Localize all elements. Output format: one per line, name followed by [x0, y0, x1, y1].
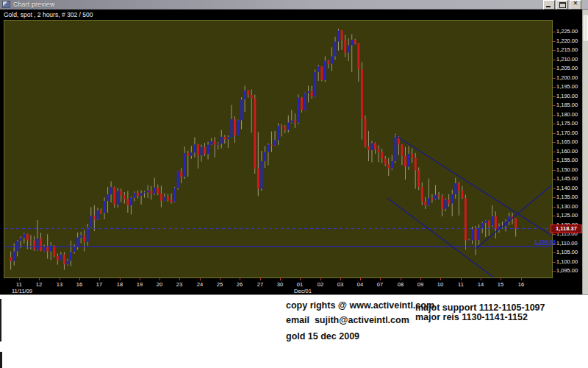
close-icon: ×: [570, 0, 581, 7]
price-tick: [553, 142, 556, 143]
price-tick-label: 1,220.00: [556, 38, 578, 44]
price-tick-label: 1,100.00: [556, 258, 578, 265]
price-tick-label: 1,130.00: [556, 203, 578, 210]
date-tick-label: 04: [349, 281, 371, 288]
candle-bodies: [10, 31, 517, 265]
date-tick: [420, 278, 421, 280]
price-tick: [553, 262, 556, 263]
support-levels-note: majot support 1112-1105-1097: [415, 302, 545, 313]
price-tick: [553, 234, 556, 235]
price-tick: [553, 32, 556, 32]
price-tick: [553, 68, 556, 69]
chart-header: Gold, spot , 2 hours, # 302 / 500: [4, 11, 93, 18]
date-tick-label: 02: [309, 281, 331, 288]
price-tick-label: 1,140.00: [556, 185, 578, 191]
price-tick-label: 1,215.00: [556, 46, 578, 53]
price-tick: [553, 188, 556, 189]
date-tick: [260, 278, 261, 280]
date-tick: [140, 278, 140, 280]
date-tick: [340, 278, 341, 280]
date-tick-label: 08: [390, 281, 412, 288]
last-price-label: 1,118.37: [551, 224, 582, 233]
date-tick: [481, 278, 481, 280]
price-tick: [553, 41, 556, 42]
price-tick: [553, 271, 556, 272]
date-tick-label: 16: [68, 281, 90, 288]
resistance-levels-note: major reis 1130-1141-1152: [415, 312, 528, 322]
price-tick-label: 1,185.00: [556, 102, 578, 108]
minimize-button[interactable]: [543, 0, 555, 10]
date-tick: [360, 278, 361, 280]
price-tick: [553, 152, 556, 152]
date-tick: [440, 278, 441, 280]
date-tick-label: 11: [8, 281, 30, 288]
maximize-button[interactable]: [556, 0, 568, 10]
vertical-scrollbar[interactable]: [582, 10, 588, 294]
date-axis: 1111/11/091213161718192023242526273001De…: [0, 278, 582, 294]
annotation-panel: copy rights @ www.activeintl.com email s…: [0, 294, 588, 368]
date-tick: [300, 278, 301, 280]
price-tick: [553, 252, 556, 253]
date-tick: [39, 278, 40, 280]
price-tick-label: 1,110.00: [556, 240, 578, 247]
price-tick-label: 1,155.00: [556, 157, 578, 163]
date-tick: [99, 278, 100, 280]
price-tick-label: 1,205.00: [556, 65, 578, 71]
date-tick-label: 20: [148, 281, 171, 288]
price-tick: [553, 133, 556, 134]
price-tick: [553, 179, 556, 180]
price-tick-label: 1,135.00: [556, 194, 578, 200]
chart-shell: Gold, spot , 2 hours, # 302 / 500 1,108.…: [0, 10, 588, 294]
date-tick-label: 07: [369, 281, 391, 288]
price-tick: [553, 96, 556, 97]
price-tick: [553, 87, 556, 88]
price-tick-label: 1,150.00: [556, 166, 578, 173]
date-tick-label: 10: [429, 281, 451, 288]
price-tick: [553, 124, 556, 124]
close-button[interactable]: ×: [570, 0, 581, 10]
date-note: gold 15 dec 2009: [286, 331, 359, 342]
date-tick-label: 15: [490, 281, 512, 288]
scrollbar-thumb[interactable]: [584, 15, 588, 40]
date-tick: [380, 278, 381, 280]
date-tick-label: 30: [269, 281, 291, 288]
candle-wicks: [11, 29, 516, 270]
plot-area[interactable]: [4, 20, 553, 278]
date-tick: [200, 278, 201, 280]
date-tick: [79, 278, 80, 280]
date-tick-label: 23: [168, 281, 190, 288]
price-tick-label: 1,175.00: [556, 120, 578, 127]
price-tick-label: 1,210.00: [556, 56, 578, 63]
price-tick-label: 1,170.00: [556, 130, 578, 136]
date-tick-label: 16: [510, 281, 532, 288]
price-tick: [553, 160, 556, 161]
window-controls: ×: [543, 0, 581, 10]
date-tick-label: 26: [229, 281, 251, 288]
date-tick-label: 18: [109, 281, 131, 288]
window-border-artifact: [0, 352, 2, 368]
candlestick-chart[interactable]: [4, 21, 552, 277]
date-tick: [240, 278, 240, 280]
date-tick-label: 03: [329, 281, 351, 288]
window-titlebar[interactable]: Chart preview ×: [0, 0, 588, 10]
date-tick: [320, 278, 321, 280]
date-sub-label: 11/11/09: [6, 288, 38, 294]
date-tick: [401, 278, 401, 280]
date-tick: [220, 278, 220, 280]
support-line-value-label: 1,108.68: [519, 238, 556, 245]
date-tick: [280, 278, 281, 280]
price-tick-label: 1,225.00: [556, 28, 578, 35]
copyright-note: copy rights @ www.activeintl.com: [286, 300, 434, 311]
date-tick-label: 17: [88, 281, 110, 288]
price-tick-label: 1,195.00: [556, 83, 578, 90]
date-tick: [60, 278, 60, 280]
price-tick: [553, 197, 556, 198]
price-tick-label: 1,180.00: [556, 111, 578, 118]
date-tick-label: 25: [209, 281, 231, 288]
chart-window: Chart preview × Gold, spot , 2 hours, # …: [0, 0, 588, 368]
date-tick-label: 11: [450, 281, 472, 288]
price-tick-label: 1,200.00: [556, 74, 578, 81]
date-tick-label: 24: [189, 281, 211, 288]
date-tick: [461, 278, 462, 280]
date-tick: [501, 278, 501, 280]
